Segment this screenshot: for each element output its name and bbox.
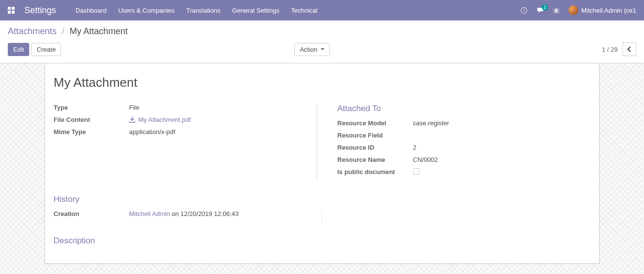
download-icon [129,117,135,123]
nav-link-general[interactable]: General Settings [232,7,280,14]
app-title: Settings [24,5,56,16]
control-panel: Attachments / My Attachment Edit Create … [0,20,644,63]
file-content-label: File Content [54,116,129,123]
resource-model-label: Resource Model [338,119,413,127]
nav-right: 2 Mitchell Admin (ce1 [520,5,636,15]
clock-icon[interactable] [520,7,528,14]
form-view-bg: My Attachment Type File File Content My … [0,63,644,274]
form-sheet: My Attachment Type File File Content My … [44,63,600,264]
nav-links: Dashboard Users & Companies Translations… [76,7,318,14]
apps-icon[interactable] [8,7,15,14]
resource-field-label: Resource Field [338,132,413,139]
create-button[interactable]: Create [31,43,61,56]
breadcrumb: Attachments / My Attachment [8,26,636,37]
creation-label: Creation [54,210,129,217]
resource-id-value: 2 [413,144,417,151]
action-dropdown[interactable]: Action [294,43,329,56]
is-public-label: Is public document [338,168,413,176]
type-label: Type [54,104,129,111]
description-title: Description [54,236,590,246]
resource-name-value: CN/0002 [413,156,438,163]
pager-text[interactable]: 1 / 29 [602,46,618,53]
file-content-value: My Attachment.pdf [138,116,191,123]
chat-badge: 2 [542,4,548,10]
caret-down-icon [321,48,324,50]
resource-model-value: case.register [413,119,449,127]
avatar [568,5,578,15]
action-label: Action [300,46,317,53]
form-left-column: Type File File Content My Attachment.pdf… [54,104,317,181]
chat-icon[interactable]: 2 [536,7,544,14]
bug-icon[interactable] [553,7,560,14]
form-right-column: Attached To Resource Model case.register… [333,104,591,181]
svg-point-1 [555,8,558,13]
creation-value: Mitchell Admin on 12/20/2019 12:06:43 [129,210,239,217]
nav-link-dashboard[interactable]: Dashboard [76,7,107,14]
page-title: My Attachment [54,75,590,90]
mime-type-value: application/x-pdf [129,128,175,136]
nav-link-translations[interactable]: Translations [186,7,220,14]
attached-to-title: Attached To [338,104,591,114]
is-public-checkbox [413,168,419,175]
type-value: File [129,104,139,111]
mime-type-label: Mime Type [54,128,129,136]
nav-link-users[interactable]: Users & Companies [118,7,175,14]
history-title: History [54,195,590,204]
file-content-link[interactable]: My Attachment.pdf [129,116,191,123]
top-navbar: Settings Dashboard Users & Companies Tra… [0,0,644,20]
creation-suffix: on 12/20/2019 12:06:43 [170,210,239,217]
breadcrumb-parent[interactable]: Attachments [8,26,57,36]
breadcrumb-current: My Attachment [70,26,128,36]
edit-button[interactable]: Edit [8,43,29,56]
pager-prev-button[interactable] [623,42,636,56]
user-menu[interactable]: Mitchell Admin (ce1 [568,5,636,15]
creation-user-link[interactable]: Mitchell Admin [129,210,170,217]
resource-name-label: Resource Name [338,156,413,163]
nav-link-technical[interactable]: Technical [291,7,317,14]
resource-id-label: Resource ID [338,144,413,151]
breadcrumb-separator: / [62,26,64,36]
user-name: Mitchell Admin (ce1 [581,7,636,14]
